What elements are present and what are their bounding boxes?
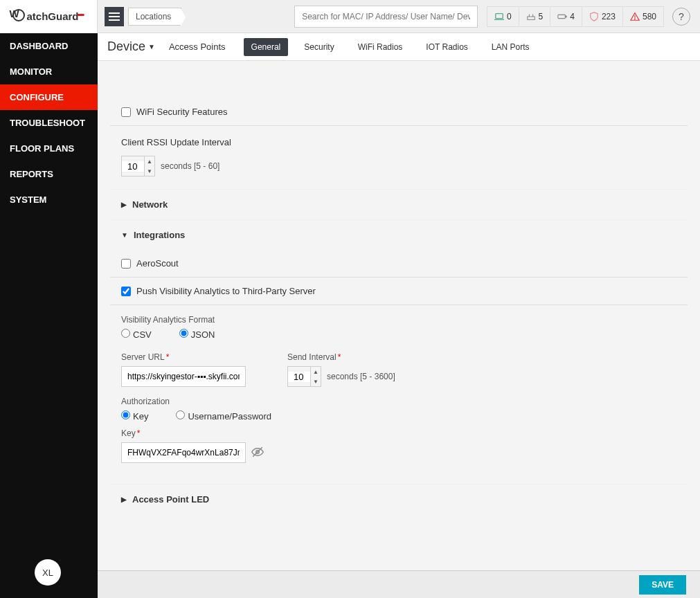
laptop-icon [494, 12, 504, 21]
top-bar: W atchGuard ▬ Locations 0 5 4 223 58 [0, 0, 700, 33]
nav-system[interactable]: SYSTEM [0, 187, 98, 212]
tab-iot-radios[interactable]: IOT Radios [418, 38, 475, 56]
caret-down-icon: ▼ [121, 231, 128, 239]
save-bar: SAVE [98, 570, 700, 598]
csv-radio-label[interactable]: CSV [121, 329, 152, 340]
server-url-label: Server URL* [121, 352, 246, 362]
push-visibility-checkbox[interactable] [121, 287, 131, 296]
logo-area: W atchGuard ▬ [0, 0, 98, 33]
nav-floor-plans[interactable]: FLOOR PLANS [0, 136, 98, 161]
authorization-label: Authorization [121, 397, 676, 406]
key-radio[interactable] [121, 410, 130, 419]
wifi-security-row: WiFi Security Features [110, 98, 688, 126]
help-button[interactable]: ? [672, 8, 690, 26]
apled-accordion[interactable]: ▶ Access Point LED [110, 484, 688, 514]
nav-configure[interactable]: CONFIGURE [0, 84, 98, 110]
svg-rect-5 [527, 17, 535, 19]
menu-button[interactable] [105, 7, 124, 26]
svg-rect-3 [496, 13, 503, 18]
send-interval-input[interactable] [288, 372, 310, 382]
question-icon: ? [679, 11, 684, 22]
userpass-radio-label[interactable]: Username/Password [176, 410, 271, 422]
integrations-accordion[interactable]: ▼ Integrations [110, 219, 688, 250]
client-rssi-label: Client RSSI Update Interval [121, 137, 676, 147]
send-interval-hint: seconds [5 - 3600] [327, 372, 395, 381]
stat-laptop[interactable]: 0 [487, 7, 519, 26]
device-dropdown[interactable]: Device ▼ [107, 39, 155, 54]
svg-rect-0 [109, 12, 120, 14]
nav-reports[interactable]: REPORTS [0, 161, 98, 187]
global-search-input[interactable] [294, 6, 478, 28]
nav-dashboard[interactable]: DASHBOARD [0, 33, 98, 59]
json-radio-label[interactable]: JSON [179, 329, 215, 340]
toggle-visibility-icon[interactable] [251, 446, 264, 460]
csv-radio[interactable] [121, 329, 130, 338]
client-rssi-input[interactable] [122, 161, 144, 172]
ap-icon [526, 12, 536, 21]
svg-rect-1 [109, 16, 120, 17]
alert-icon [630, 12, 640, 21]
server-url-input[interactable] [121, 366, 246, 387]
caret-right-icon-2: ▶ [121, 496, 127, 503]
subheader: Device ▼ Access Points General Security … [98, 33, 700, 61]
breadcrumb-location[interactable]: Locations [128, 8, 181, 26]
wifi-security-label: WiFi Security Features [136, 107, 227, 117]
stat-battery[interactable]: 4 [550, 7, 582, 26]
push-visibility-row: Push Visibility Analytics to Third-Party… [110, 278, 688, 305]
svg-rect-9 [566, 16, 567, 17]
logo-text: atchGuard [26, 10, 78, 22]
json-radio[interactable] [179, 329, 188, 338]
nav-monitor[interactable]: MONITOR [0, 59, 98, 84]
access-points-link[interactable]: Access Points [169, 42, 226, 52]
aeroscout-row: AeroScout [110, 250, 688, 278]
stat-ap[interactable]: 5 [519, 7, 551, 26]
send-interval-spinner[interactable]: ▲▼ [310, 367, 321, 386]
client-rssi-spinner[interactable]: ▲▼ [144, 156, 154, 176]
tab-security[interactable]: Security [296, 38, 341, 56]
user-avatar[interactable]: XL [35, 559, 61, 586]
key-radio-label[interactable]: Key [121, 410, 148, 422]
client-rssi-hint: seconds [5 - 60] [161, 161, 219, 171]
stats-group: 0 5 4 223 580 [487, 6, 664, 27]
client-rssi-input-wrap: ▲▼ [121, 156, 155, 176]
svg-point-11 [635, 19, 636, 19]
main-content: ▲▼ WiFi Security Features Client RSSI Up… [98, 61, 700, 598]
aeroscout-checkbox[interactable] [121, 259, 131, 269]
userpass-radio[interactable] [176, 410, 185, 419]
chevron-down-icon: ▼ [148, 43, 155, 51]
wifi-security-checkbox[interactable] [121, 107, 131, 117]
svg-rect-8 [558, 15, 566, 18]
tab-general[interactable]: General [244, 38, 289, 56]
send-interval-label: Send Interval* [287, 352, 395, 362]
key-field-label: Key* [121, 428, 676, 438]
network-accordion[interactable]: ▶ Network [110, 189, 688, 219]
tab-lan-ports[interactable]: LAN Ports [484, 38, 537, 56]
tab-wifi-radios[interactable]: WiFi Radios [350, 38, 411, 56]
hamburger-icon [109, 11, 120, 22]
battery-icon [557, 12, 567, 21]
push-visibility-label: Push Visibility Analytics to Third-Party… [136, 286, 316, 296]
stat-shield[interactable]: 223 [582, 7, 623, 26]
visibility-format-label: Visibility Analytics Format [121, 315, 676, 325]
sidebar: DASHBOARD MONITOR CONFIGURE TROUBLESHOOT… [0, 33, 98, 598]
caret-right-icon: ▶ [121, 201, 127, 208]
save-button[interactable]: SAVE [639, 575, 686, 595]
aeroscout-label: AeroScout [136, 258, 179, 269]
key-input[interactable] [121, 442, 246, 463]
stat-alert[interactable]: 580 [623, 7, 663, 26]
shield-icon [589, 12, 599, 21]
logo: W atchGuard ▬ [12, 9, 84, 24]
svg-rect-2 [109, 19, 120, 21]
nav-troubleshoot[interactable]: TROUBLESHOOT [0, 110, 98, 136]
